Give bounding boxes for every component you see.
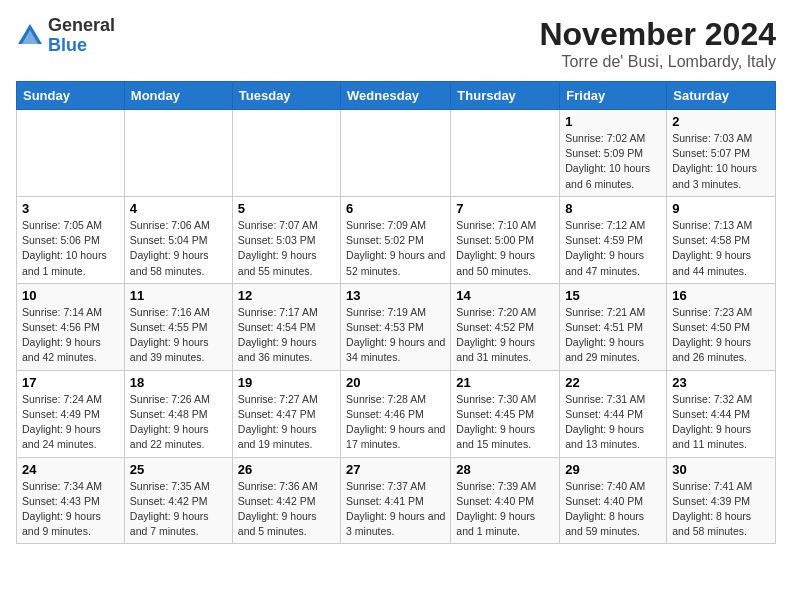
day-number: 17 xyxy=(22,375,119,390)
day-number: 30 xyxy=(672,462,770,477)
day-number: 21 xyxy=(456,375,554,390)
day-info: Sunrise: 7:36 AMSunset: 4:42 PMDaylight:… xyxy=(238,479,335,540)
day-number: 5 xyxy=(238,201,335,216)
day-number: 7 xyxy=(456,201,554,216)
day-number: 20 xyxy=(346,375,445,390)
day-number: 18 xyxy=(130,375,227,390)
day-info: Sunrise: 7:30 AMSunset: 4:45 PMDaylight:… xyxy=(456,392,554,453)
table-row: 23Sunrise: 7:32 AMSunset: 4:44 PMDayligh… xyxy=(667,370,776,457)
table-row: 2Sunrise: 7:03 AMSunset: 5:07 PMDaylight… xyxy=(667,110,776,197)
day-number: 1 xyxy=(565,114,661,129)
table-row: 30Sunrise: 7:41 AMSunset: 4:39 PMDayligh… xyxy=(667,457,776,544)
day-info: Sunrise: 7:02 AMSunset: 5:09 PMDaylight:… xyxy=(565,131,661,192)
day-info: Sunrise: 7:17 AMSunset: 4:54 PMDaylight:… xyxy=(238,305,335,366)
location-title: Torre de' Busi, Lombardy, Italy xyxy=(539,53,776,71)
day-info: Sunrise: 7:05 AMSunset: 5:06 PMDaylight:… xyxy=(22,218,119,279)
calendar-week-row: 24Sunrise: 7:34 AMSunset: 4:43 PMDayligh… xyxy=(17,457,776,544)
day-number: 26 xyxy=(238,462,335,477)
day-number: 12 xyxy=(238,288,335,303)
title-section: November 2024 Torre de' Busi, Lombardy, … xyxy=(539,16,776,71)
weekday-monday: Monday xyxy=(124,82,232,110)
day-info: Sunrise: 7:07 AMSunset: 5:03 PMDaylight:… xyxy=(238,218,335,279)
weekday-sunday: Sunday xyxy=(17,82,125,110)
table-row: 19Sunrise: 7:27 AMSunset: 4:47 PMDayligh… xyxy=(232,370,340,457)
day-info: Sunrise: 7:34 AMSunset: 4:43 PMDaylight:… xyxy=(22,479,119,540)
day-number: 11 xyxy=(130,288,227,303)
table-row: 9Sunrise: 7:13 AMSunset: 4:58 PMDaylight… xyxy=(667,196,776,283)
logo-icon xyxy=(16,22,44,50)
day-number: 6 xyxy=(346,201,445,216)
weekday-friday: Friday xyxy=(560,82,667,110)
table-row xyxy=(451,110,560,197)
table-row: 13Sunrise: 7:19 AMSunset: 4:53 PMDayligh… xyxy=(341,283,451,370)
day-number: 2 xyxy=(672,114,770,129)
day-number: 9 xyxy=(672,201,770,216)
table-row: 26Sunrise: 7:36 AMSunset: 4:42 PMDayligh… xyxy=(232,457,340,544)
table-row: 10Sunrise: 7:14 AMSunset: 4:56 PMDayligh… xyxy=(17,283,125,370)
day-number: 14 xyxy=(456,288,554,303)
day-number: 4 xyxy=(130,201,227,216)
day-number: 28 xyxy=(456,462,554,477)
weekday-wednesday: Wednesday xyxy=(341,82,451,110)
day-info: Sunrise: 7:19 AMSunset: 4:53 PMDaylight:… xyxy=(346,305,445,366)
month-title: November 2024 xyxy=(539,16,776,53)
table-row: 20Sunrise: 7:28 AMSunset: 4:46 PMDayligh… xyxy=(341,370,451,457)
weekday-saturday: Saturday xyxy=(667,82,776,110)
day-info: Sunrise: 7:39 AMSunset: 4:40 PMDaylight:… xyxy=(456,479,554,540)
day-number: 8 xyxy=(565,201,661,216)
table-row: 11Sunrise: 7:16 AMSunset: 4:55 PMDayligh… xyxy=(124,283,232,370)
table-row: 5Sunrise: 7:07 AMSunset: 5:03 PMDaylight… xyxy=(232,196,340,283)
day-info: Sunrise: 7:10 AMSunset: 5:00 PMDaylight:… xyxy=(456,218,554,279)
day-number: 25 xyxy=(130,462,227,477)
table-row: 16Sunrise: 7:23 AMSunset: 4:50 PMDayligh… xyxy=(667,283,776,370)
day-info: Sunrise: 7:12 AMSunset: 4:59 PMDaylight:… xyxy=(565,218,661,279)
day-number: 24 xyxy=(22,462,119,477)
table-row: 12Sunrise: 7:17 AMSunset: 4:54 PMDayligh… xyxy=(232,283,340,370)
calendar-header-row: Sunday Monday Tuesday Wednesday Thursday… xyxy=(17,82,776,110)
table-row: 27Sunrise: 7:37 AMSunset: 4:41 PMDayligh… xyxy=(341,457,451,544)
page-header: General Blue November 2024 Torre de' Bus… xyxy=(16,16,776,71)
day-number: 23 xyxy=(672,375,770,390)
day-info: Sunrise: 7:23 AMSunset: 4:50 PMDaylight:… xyxy=(672,305,770,366)
table-row: 7Sunrise: 7:10 AMSunset: 5:00 PMDaylight… xyxy=(451,196,560,283)
table-row: 8Sunrise: 7:12 AMSunset: 4:59 PMDaylight… xyxy=(560,196,667,283)
day-number: 10 xyxy=(22,288,119,303)
day-info: Sunrise: 7:24 AMSunset: 4:49 PMDaylight:… xyxy=(22,392,119,453)
day-info: Sunrise: 7:16 AMSunset: 4:55 PMDaylight:… xyxy=(130,305,227,366)
day-info: Sunrise: 7:21 AMSunset: 4:51 PMDaylight:… xyxy=(565,305,661,366)
day-info: Sunrise: 7:40 AMSunset: 4:40 PMDaylight:… xyxy=(565,479,661,540)
table-row: 15Sunrise: 7:21 AMSunset: 4:51 PMDayligh… xyxy=(560,283,667,370)
table-row: 25Sunrise: 7:35 AMSunset: 4:42 PMDayligh… xyxy=(124,457,232,544)
day-number: 19 xyxy=(238,375,335,390)
day-info: Sunrise: 7:31 AMSunset: 4:44 PMDaylight:… xyxy=(565,392,661,453)
table-row xyxy=(124,110,232,197)
calendar-week-row: 10Sunrise: 7:14 AMSunset: 4:56 PMDayligh… xyxy=(17,283,776,370)
table-row xyxy=(17,110,125,197)
day-info: Sunrise: 7:20 AMSunset: 4:52 PMDaylight:… xyxy=(456,305,554,366)
calendar-week-row: 3Sunrise: 7:05 AMSunset: 5:06 PMDaylight… xyxy=(17,196,776,283)
table-row: 1Sunrise: 7:02 AMSunset: 5:09 PMDaylight… xyxy=(560,110,667,197)
table-row: 29Sunrise: 7:40 AMSunset: 4:40 PMDayligh… xyxy=(560,457,667,544)
day-info: Sunrise: 7:27 AMSunset: 4:47 PMDaylight:… xyxy=(238,392,335,453)
table-row: 6Sunrise: 7:09 AMSunset: 5:02 PMDaylight… xyxy=(341,196,451,283)
table-row: 28Sunrise: 7:39 AMSunset: 4:40 PMDayligh… xyxy=(451,457,560,544)
day-info: Sunrise: 7:09 AMSunset: 5:02 PMDaylight:… xyxy=(346,218,445,279)
day-info: Sunrise: 7:28 AMSunset: 4:46 PMDaylight:… xyxy=(346,392,445,453)
table-row: 21Sunrise: 7:30 AMSunset: 4:45 PMDayligh… xyxy=(451,370,560,457)
day-info: Sunrise: 7:41 AMSunset: 4:39 PMDaylight:… xyxy=(672,479,770,540)
day-info: Sunrise: 7:26 AMSunset: 4:48 PMDaylight:… xyxy=(130,392,227,453)
logo-blue-text: Blue xyxy=(48,35,87,55)
calendar-week-row: 17Sunrise: 7:24 AMSunset: 4:49 PMDayligh… xyxy=(17,370,776,457)
table-row: 18Sunrise: 7:26 AMSunset: 4:48 PMDayligh… xyxy=(124,370,232,457)
table-row: 22Sunrise: 7:31 AMSunset: 4:44 PMDayligh… xyxy=(560,370,667,457)
day-number: 13 xyxy=(346,288,445,303)
day-number: 29 xyxy=(565,462,661,477)
table-row xyxy=(341,110,451,197)
day-info: Sunrise: 7:14 AMSunset: 4:56 PMDaylight:… xyxy=(22,305,119,366)
table-row: 4Sunrise: 7:06 AMSunset: 5:04 PMDaylight… xyxy=(124,196,232,283)
table-row: 3Sunrise: 7:05 AMSunset: 5:06 PMDaylight… xyxy=(17,196,125,283)
day-number: 22 xyxy=(565,375,661,390)
weekday-thursday: Thursday xyxy=(451,82,560,110)
table-row: 14Sunrise: 7:20 AMSunset: 4:52 PMDayligh… xyxy=(451,283,560,370)
calendar-week-row: 1Sunrise: 7:02 AMSunset: 5:09 PMDaylight… xyxy=(17,110,776,197)
